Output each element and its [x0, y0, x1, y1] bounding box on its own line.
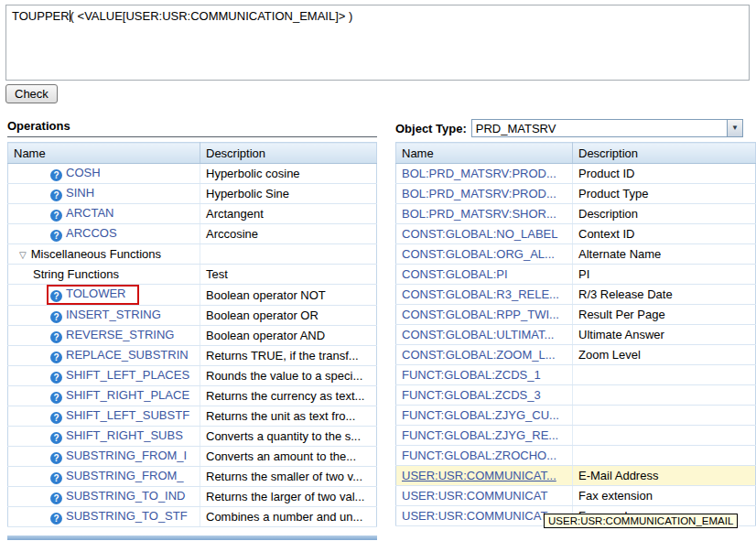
function-name-link[interactable]: SUBSTRING_FROM_I — [66, 449, 187, 462]
object-description-cell: Description — [573, 204, 756, 224]
object-name-link[interactable]: CONST:GLOBAL:RPP_TWI... — [402, 308, 559, 321]
object-name-link[interactable]: FUNCT:GLOBAL:ZJYG_RE... — [402, 428, 558, 442]
tree-expand-icon[interactable]: ▽ — [19, 250, 27, 260]
object-row[interactable]: CONST:GLOBAL:ZOOM_L...Zoom Level — [396, 345, 756, 365]
operations-row[interactable]: ?SUBSTRING_FROM_Returns the smaller of t… — [8, 467, 377, 487]
object-name-link[interactable]: CONST:GLOBAL:R3_RELE... — [402, 287, 559, 301]
operations-row[interactable]: ?SHIFT_LEFT_SUBSTFReturns the unit as te… — [8, 406, 377, 427]
help-icon[interactable]: ? — [50, 189, 62, 201]
function-name-link[interactable]: COSH — [66, 166, 101, 179]
operations-row[interactable]: ?COSHHyperbolic cosine — [8, 164, 377, 184]
help-icon[interactable]: ? — [50, 331, 62, 343]
object-row[interactable]: BOL:PRD_MATSRV:SHOR...Description — [396, 204, 756, 224]
object-name-link[interactable]: FUNCT:GLOBAL:ZJYG_CU... — [402, 408, 559, 422]
function-entry: ?SHIFT_RIGHT_PLACE — [50, 388, 189, 402]
object-name-link[interactable]: USER:USR:COMMUNICAT — [402, 489, 547, 503]
help-icon[interactable]: ? — [50, 432, 62, 444]
operations-row[interactable]: ?TOLOWERBoolean operator NOT — [8, 285, 377, 306]
help-icon[interactable]: ? — [50, 372, 62, 384]
object-name-link[interactable]: CONST:GLOBAL:ZOOM_L... — [402, 348, 556, 362]
formula-input[interactable]: TOUPPER( <VALUE[USER:USR:COMMUNICATION_E… — [5, 5, 750, 81]
operation-description-cell: Returns the larger of two val... — [200, 487, 377, 507]
object-name-link[interactable]: FUNCT:GLOBAL:ZCDS_3 — [402, 388, 541, 402]
function-entry: ?ARCTAN — [50, 206, 113, 220]
object-row[interactable]: USER:USR:COMMUNICATFax extension — [396, 486, 756, 506]
help-icon[interactable]: ? — [50, 412, 62, 424]
object-row[interactable]: BOL:PRD_MATSRV:PROD...Product Type — [396, 184, 756, 204]
help-icon[interactable]: ? — [50, 311, 62, 323]
operation-name-cell: String Functions — [8, 265, 200, 285]
help-icon[interactable]: ? — [50, 230, 62, 242]
operation-description-cell: Boolean operator OR — [200, 306, 377, 326]
function-name-link[interactable]: SHIFT_RIGHT_SUBS — [66, 428, 183, 442]
object-row[interactable]: CONST:GLOBAL:PIPI — [396, 265, 756, 285]
object-row[interactable]: FUNCT:GLOBAL:ZROCHO... — [396, 446, 756, 466]
function-name-link[interactable]: REVERSE_STRING — [66, 328, 174, 341]
object-row[interactable]: FUNCT:GLOBAL:ZJYG_RE... — [396, 426, 756, 446]
object-row[interactable]: FUNCT:GLOBAL:ZCDS_3 — [396, 385, 756, 406]
help-icon[interactable]: ? — [50, 290, 62, 302]
object-type-dropdown[interactable]: PRD_MATSRV ▼ — [471, 119, 743, 137]
object-row[interactable]: CONST:GLOBAL:RPP_TWI...Result Per Page — [396, 305, 756, 325]
object-name-link[interactable]: USER:USR:COMMUNICAT... — [402, 469, 556, 482]
help-icon[interactable]: ? — [50, 169, 62, 181]
operations-row[interactable]: ▽Miscellaneous Functions — [8, 244, 377, 265]
operations-row[interactable]: ?REPLACE_SUBSTRINReturns TRUE, if the tr… — [8, 346, 377, 366]
operations-row[interactable]: String FunctionsTest — [8, 265, 377, 285]
object-name-link[interactable]: CONST:GLOBAL:PI — [402, 267, 508, 281]
operations-row[interactable]: ?SUBSTRING_FROM_IConverts an amount to t… — [8, 447, 377, 467]
operations-row[interactable]: ?ARCTANArctangent — [8, 204, 377, 224]
object-row[interactable]: FUNCT:GLOBAL:ZJYG_CU... — [396, 406, 756, 426]
help-icon[interactable]: ? — [50, 472, 62, 484]
operations-row[interactable]: ?SINHHyperbolic Sine — [8, 184, 377, 204]
object-name-cell: FUNCT:GLOBAL:ZCDS_1 — [396, 365, 573, 385]
help-icon[interactable]: ? — [50, 513, 62, 525]
object-row[interactable]: CONST:GLOBAL:ORG_AL...Alternate Name — [396, 244, 756, 265]
object-name-link[interactable]: FUNCT:GLOBAL:ZCDS_1 — [402, 368, 541, 382]
operations-row[interactable]: ?SHIFT_LEFT_PLACESRounds the value to a … — [8, 366, 377, 386]
object-description-cell: Alternate Name — [573, 244, 756, 265]
operations-row[interactable]: ?INSERT_STRINGBoolean operator OR — [8, 306, 377, 326]
operations-row[interactable]: ?ARCCOSArccosine — [8, 224, 377, 244]
object-name-link[interactable]: BOL:PRD_MATSRV:PROD... — [402, 167, 556, 180]
check-button[interactable]: Check — [5, 84, 58, 103]
object-row[interactable]: CONST:GLOBAL:ULTIMAT...Ultimate Answer — [396, 325, 756, 345]
object-name-link[interactable]: USER:USR:COMMUNICAT... — [402, 509, 556, 523]
dropdown-arrow-button[interactable]: ▼ — [727, 120, 742, 136]
help-icon[interactable]: ? — [50, 392, 62, 404]
help-icon[interactable]: ? — [50, 352, 62, 363]
operations-row[interactable]: ?SUBSTRING_TO_INDReturns the larger of t… — [8, 487, 377, 507]
object-row[interactable]: USER:USR:COMMUNICAT...E-Mail Address — [396, 466, 756, 486]
object-name-link[interactable]: CONST:GLOBAL:ULTIMAT... — [402, 328, 554, 341]
operations-row[interactable]: ?SHIFT_RIGHT_SUBSConverts a quantity to … — [8, 427, 377, 447]
help-icon[interactable]: ? — [50, 452, 62, 464]
function-name-link[interactable]: TOLOWER — [66, 287, 126, 300]
function-name-link[interactable]: REPLACE_SUBSTRIN — [66, 348, 189, 362]
object-name-cell: USER:USR:COMMUNICAT — [396, 486, 573, 506]
object-row[interactable]: FUNCT:GLOBAL:ZCDS_1 — [396, 365, 756, 385]
help-icon[interactable]: ? — [50, 210, 62, 222]
object-name-link[interactable]: BOL:PRD_MATSRV:SHOR... — [402, 207, 556, 221]
function-name-link[interactable]: ARCTAN — [66, 206, 113, 220]
function-name-link[interactable]: SINH — [66, 186, 94, 200]
function-name-link[interactable]: SUBSTRING_TO_IND — [66, 489, 186, 503]
function-name-link[interactable]: SHIFT_LEFT_PLACES — [66, 368, 189, 382]
object-row[interactable]: CONST:GLOBAL:NO_LABELContext ID — [396, 224, 756, 244]
function-name-link[interactable]: ARCCOS — [66, 226, 117, 240]
operations-row[interactable]: ?SHIFT_RIGHT_PLACEReturns the currency a… — [8, 386, 377, 406]
object-row[interactable]: BOL:PRD_MATSRV:PROD...Product ID — [396, 164, 756, 184]
operations-row[interactable]: ?REVERSE_STRINGBoolean operator AND — [8, 326, 377, 346]
object-name-link[interactable]: CONST:GLOBAL:NO_LABEL — [402, 227, 558, 241]
operations-table-bottom-scrollbar[interactable] — [7, 536, 377, 540]
object-row[interactable]: CONST:GLOBAL:R3_RELE...R/3 Release Date — [396, 285, 756, 305]
function-name-link[interactable]: SHIFT_RIGHT_PLACE — [66, 388, 189, 402]
object-name-link[interactable]: FUNCT:GLOBAL:ZROCHO... — [402, 449, 556, 462]
object-name-link[interactable]: BOL:PRD_MATSRV:PROD... — [402, 187, 556, 200]
function-name-link[interactable]: INSERT_STRING — [66, 308, 161, 321]
function-name-link[interactable]: SHIFT_LEFT_SUBSTF — [66, 408, 189, 422]
function-name-link[interactable]: SUBSTRING_TO_STF — [66, 509, 188, 523]
object-name-link[interactable]: CONST:GLOBAL:ORG_AL... — [402, 247, 555, 261]
help-icon[interactable]: ? — [50, 492, 62, 504]
function-name-link[interactable]: SUBSTRING_FROM_ — [66, 469, 184, 482]
operations-row[interactable]: ?SUBSTRING_TO_STFCombines a number and u… — [8, 507, 377, 527]
